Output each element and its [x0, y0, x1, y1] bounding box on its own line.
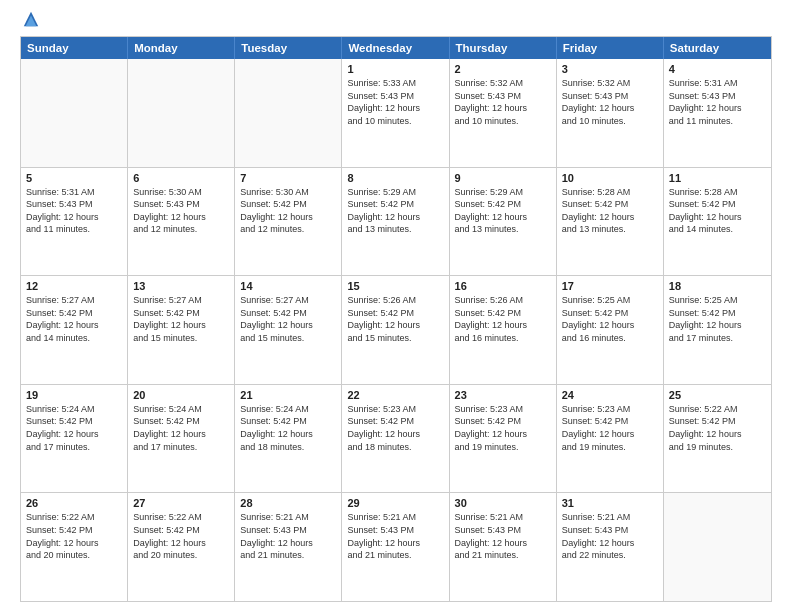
day-number-20: 20 [133, 389, 229, 401]
day-number-26: 26 [26, 497, 122, 509]
cal-cell-r1-c4: 1Sunrise: 5:33 AM Sunset: 5:43 PM Daylig… [342, 59, 449, 167]
day-number-22: 22 [347, 389, 443, 401]
day-number-28: 28 [240, 497, 336, 509]
header-wednesday: Wednesday [342, 37, 449, 59]
cal-cell-r4-c4: 22Sunrise: 5:23 AM Sunset: 5:42 PM Dayli… [342, 385, 449, 493]
day-info-17: Sunrise: 5:25 AM Sunset: 5:42 PM Dayligh… [562, 294, 658, 344]
day-number-12: 12 [26, 280, 122, 292]
cal-cell-r3-c4: 15Sunrise: 5:26 AM Sunset: 5:42 PM Dayli… [342, 276, 449, 384]
day-number-9: 9 [455, 172, 551, 184]
logo-icon [22, 10, 40, 28]
cal-cell-r3-c1: 12Sunrise: 5:27 AM Sunset: 5:42 PM Dayli… [21, 276, 128, 384]
cal-cell-r3-c3: 14Sunrise: 5:27 AM Sunset: 5:42 PM Dayli… [235, 276, 342, 384]
day-info-15: Sunrise: 5:26 AM Sunset: 5:42 PM Dayligh… [347, 294, 443, 344]
day-info-13: Sunrise: 5:27 AM Sunset: 5:42 PM Dayligh… [133, 294, 229, 344]
day-number-16: 16 [455, 280, 551, 292]
cal-cell-r3-c5: 16Sunrise: 5:26 AM Sunset: 5:42 PM Dayli… [450, 276, 557, 384]
day-info-27: Sunrise: 5:22 AM Sunset: 5:42 PM Dayligh… [133, 511, 229, 561]
day-info-16: Sunrise: 5:26 AM Sunset: 5:42 PM Dayligh… [455, 294, 551, 344]
calendar-body: 1Sunrise: 5:33 AM Sunset: 5:43 PM Daylig… [21, 59, 771, 601]
cal-cell-r3-c2: 13Sunrise: 5:27 AM Sunset: 5:42 PM Dayli… [128, 276, 235, 384]
calendar-header: Sunday Monday Tuesday Wednesday Thursday… [21, 37, 771, 59]
cal-cell-r1-c6: 3Sunrise: 5:32 AM Sunset: 5:43 PM Daylig… [557, 59, 664, 167]
day-number-17: 17 [562, 280, 658, 292]
day-info-14: Sunrise: 5:27 AM Sunset: 5:42 PM Dayligh… [240, 294, 336, 344]
day-number-25: 25 [669, 389, 766, 401]
calendar-row-2: 5Sunrise: 5:31 AM Sunset: 5:43 PM Daylig… [21, 168, 771, 277]
cal-cell-r4-c3: 21Sunrise: 5:24 AM Sunset: 5:42 PM Dayli… [235, 385, 342, 493]
day-number-10: 10 [562, 172, 658, 184]
day-info-9: Sunrise: 5:29 AM Sunset: 5:42 PM Dayligh… [455, 186, 551, 236]
cal-cell-r5-c1: 26Sunrise: 5:22 AM Sunset: 5:42 PM Dayli… [21, 493, 128, 601]
day-info-5: Sunrise: 5:31 AM Sunset: 5:43 PM Dayligh… [26, 186, 122, 236]
day-info-11: Sunrise: 5:28 AM Sunset: 5:42 PM Dayligh… [669, 186, 766, 236]
cal-cell-r2-c2: 6Sunrise: 5:30 AM Sunset: 5:43 PM Daylig… [128, 168, 235, 276]
day-number-31: 31 [562, 497, 658, 509]
day-number-2: 2 [455, 63, 551, 75]
day-number-29: 29 [347, 497, 443, 509]
day-info-21: Sunrise: 5:24 AM Sunset: 5:42 PM Dayligh… [240, 403, 336, 453]
cal-cell-r5-c5: 30Sunrise: 5:21 AM Sunset: 5:43 PM Dayli… [450, 493, 557, 601]
header [20, 18, 772, 28]
calendar-row-1: 1Sunrise: 5:33 AM Sunset: 5:43 PM Daylig… [21, 59, 771, 168]
header-tuesday: Tuesday [235, 37, 342, 59]
cal-cell-r3-c6: 17Sunrise: 5:25 AM Sunset: 5:42 PM Dayli… [557, 276, 664, 384]
day-info-26: Sunrise: 5:22 AM Sunset: 5:42 PM Dayligh… [26, 511, 122, 561]
header-sunday: Sunday [21, 37, 128, 59]
day-info-24: Sunrise: 5:23 AM Sunset: 5:42 PM Dayligh… [562, 403, 658, 453]
cal-cell-r4-c7: 25Sunrise: 5:22 AM Sunset: 5:42 PM Dayli… [664, 385, 771, 493]
cal-cell-r5-c3: 28Sunrise: 5:21 AM Sunset: 5:43 PM Dayli… [235, 493, 342, 601]
day-number-18: 18 [669, 280, 766, 292]
cal-cell-r2-c1: 5Sunrise: 5:31 AM Sunset: 5:43 PM Daylig… [21, 168, 128, 276]
calendar-row-3: 12Sunrise: 5:27 AM Sunset: 5:42 PM Dayli… [21, 276, 771, 385]
day-info-18: Sunrise: 5:25 AM Sunset: 5:42 PM Dayligh… [669, 294, 766, 344]
day-number-30: 30 [455, 497, 551, 509]
day-number-3: 3 [562, 63, 658, 75]
cal-cell-r1-c5: 2Sunrise: 5:32 AM Sunset: 5:43 PM Daylig… [450, 59, 557, 167]
day-number-23: 23 [455, 389, 551, 401]
cal-cell-r1-c2 [128, 59, 235, 167]
day-info-1: Sunrise: 5:33 AM Sunset: 5:43 PM Dayligh… [347, 77, 443, 127]
cal-cell-r5-c6: 31Sunrise: 5:21 AM Sunset: 5:43 PM Dayli… [557, 493, 664, 601]
day-info-8: Sunrise: 5:29 AM Sunset: 5:42 PM Dayligh… [347, 186, 443, 236]
logo [20, 18, 40, 28]
day-number-19: 19 [26, 389, 122, 401]
day-info-10: Sunrise: 5:28 AM Sunset: 5:42 PM Dayligh… [562, 186, 658, 236]
day-number-8: 8 [347, 172, 443, 184]
day-info-29: Sunrise: 5:21 AM Sunset: 5:43 PM Dayligh… [347, 511, 443, 561]
day-number-13: 13 [133, 280, 229, 292]
day-number-21: 21 [240, 389, 336, 401]
day-info-22: Sunrise: 5:23 AM Sunset: 5:42 PM Dayligh… [347, 403, 443, 453]
day-info-30: Sunrise: 5:21 AM Sunset: 5:43 PM Dayligh… [455, 511, 551, 561]
day-info-4: Sunrise: 5:31 AM Sunset: 5:43 PM Dayligh… [669, 77, 766, 127]
header-thursday: Thursday [450, 37, 557, 59]
day-number-1: 1 [347, 63, 443, 75]
day-info-19: Sunrise: 5:24 AM Sunset: 5:42 PM Dayligh… [26, 403, 122, 453]
day-number-5: 5 [26, 172, 122, 184]
cal-cell-r5-c7 [664, 493, 771, 601]
cal-cell-r4-c1: 19Sunrise: 5:24 AM Sunset: 5:42 PM Dayli… [21, 385, 128, 493]
calendar: Sunday Monday Tuesday Wednesday Thursday… [20, 36, 772, 602]
calendar-row-4: 19Sunrise: 5:24 AM Sunset: 5:42 PM Dayli… [21, 385, 771, 494]
day-info-28: Sunrise: 5:21 AM Sunset: 5:43 PM Dayligh… [240, 511, 336, 561]
cal-cell-r3-c7: 18Sunrise: 5:25 AM Sunset: 5:42 PM Dayli… [664, 276, 771, 384]
day-number-7: 7 [240, 172, 336, 184]
cal-cell-r1-c1 [21, 59, 128, 167]
day-info-25: Sunrise: 5:22 AM Sunset: 5:42 PM Dayligh… [669, 403, 766, 453]
header-saturday: Saturday [664, 37, 771, 59]
header-friday: Friday [557, 37, 664, 59]
cal-cell-r2-c4: 8Sunrise: 5:29 AM Sunset: 5:42 PM Daylig… [342, 168, 449, 276]
cal-cell-r1-c3 [235, 59, 342, 167]
day-number-6: 6 [133, 172, 229, 184]
day-info-2: Sunrise: 5:32 AM Sunset: 5:43 PM Dayligh… [455, 77, 551, 127]
cal-cell-r2-c3: 7Sunrise: 5:30 AM Sunset: 5:42 PM Daylig… [235, 168, 342, 276]
day-number-15: 15 [347, 280, 443, 292]
cal-cell-r2-c5: 9Sunrise: 5:29 AM Sunset: 5:42 PM Daylig… [450, 168, 557, 276]
cal-cell-r5-c4: 29Sunrise: 5:21 AM Sunset: 5:43 PM Dayli… [342, 493, 449, 601]
day-info-3: Sunrise: 5:32 AM Sunset: 5:43 PM Dayligh… [562, 77, 658, 127]
header-monday: Monday [128, 37, 235, 59]
cal-cell-r4-c6: 24Sunrise: 5:23 AM Sunset: 5:42 PM Dayli… [557, 385, 664, 493]
cal-cell-r2-c7: 11Sunrise: 5:28 AM Sunset: 5:42 PM Dayli… [664, 168, 771, 276]
day-info-12: Sunrise: 5:27 AM Sunset: 5:42 PM Dayligh… [26, 294, 122, 344]
day-number-11: 11 [669, 172, 766, 184]
